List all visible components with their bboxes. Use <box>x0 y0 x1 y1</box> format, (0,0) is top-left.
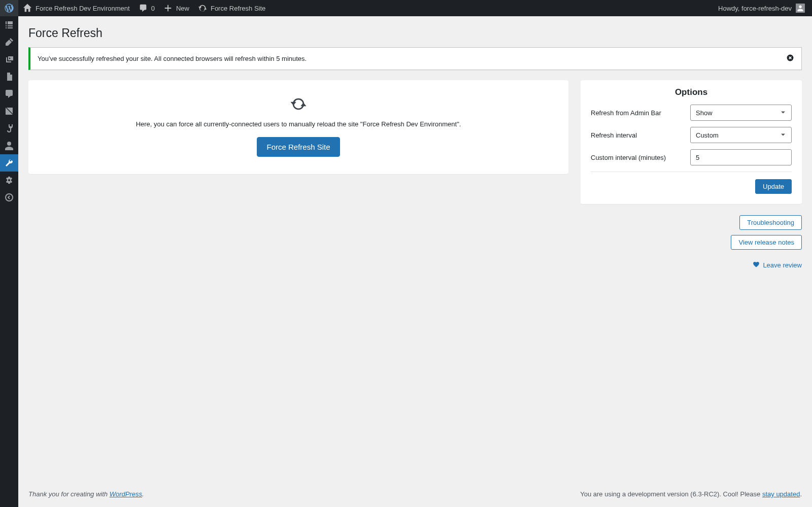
option-label-interval: Refresh interval <box>591 131 637 139</box>
admin-bar-select[interactable]: Show <box>690 105 792 121</box>
release-notes-button[interactable]: View release notes <box>731 235 802 250</box>
comments-count: 0 <box>151 5 155 12</box>
menu-pages[interactable] <box>0 68 18 85</box>
new-content-menu[interactable]: New <box>159 0 193 16</box>
user-menu[interactable]: Howdy, force-refresh-dev <box>715 0 808 16</box>
menu-settings[interactable] <box>0 172 18 189</box>
stay-updated-link[interactable]: stay updated <box>762 490 800 498</box>
menu-media[interactable] <box>0 51 18 68</box>
interval-select[interactable]: Custom <box>690 127 792 143</box>
force-refresh-button[interactable]: Force Refresh Site <box>257 137 340 157</box>
main-card: Here, you can force all currently-connec… <box>28 80 568 174</box>
force-refresh-adminbar[interactable]: Force Refresh Site <box>193 0 269 16</box>
admin-bar: Force Refresh Dev Environment 0 New Forc… <box>0 0 812 16</box>
notice-text: You've successfully refreshed your site.… <box>38 55 307 62</box>
options-divider <box>591 172 792 172</box>
comments-menu[interactable]: 0 <box>134 0 159 16</box>
menu-posts[interactable] <box>0 33 18 51</box>
menu-users[interactable] <box>0 137 18 154</box>
site-name-menu[interactable]: Force Refresh Dev Environment <box>18 0 134 16</box>
options-title: Options <box>591 87 792 97</box>
leave-review-link[interactable]: Leave review <box>753 261 802 269</box>
footer: Thank you for creating with WordPress. Y… <box>28 490 802 498</box>
heart-icon <box>753 261 760 269</box>
option-row-admin-bar: Refresh from Admin Bar Show <box>591 105 792 121</box>
comment-icon <box>138 3 148 13</box>
refresh-icon <box>197 3 208 13</box>
custom-interval-input[interactable] <box>690 149 792 165</box>
howdy-text: Howdy, force-refresh-dev <box>718 5 792 12</box>
menu-appearance[interactable] <box>0 103 18 120</box>
new-content-label: New <box>176 5 189 12</box>
option-label-admin-bar: Refresh from Admin Bar <box>591 109 661 117</box>
menu-tools[interactable] <box>0 154 18 172</box>
page-title: Force Refresh <box>28 26 802 40</box>
user-avatar-icon <box>796 4 805 13</box>
main-description: Here, you can force all currently-connec… <box>39 120 558 128</box>
menu-collapse[interactable] <box>0 189 18 206</box>
option-row-custom: Custom interval (minutes) <box>591 149 792 165</box>
close-icon <box>786 54 794 63</box>
footer-thanks: Thank you for creating with WordPress. <box>28 490 144 498</box>
side-buttons: Troubleshooting View release notes <box>731 215 802 250</box>
success-notice: You've successfully refreshed your site.… <box>28 47 802 70</box>
footer-version: You are using a development version (6.3… <box>580 490 802 498</box>
wordpress-link[interactable]: WordPress <box>110 490 142 498</box>
wp-logo-menu[interactable] <box>0 0 18 16</box>
menu-comments[interactable] <box>0 85 18 103</box>
plus-icon <box>163 3 173 13</box>
svg-point-0 <box>6 194 13 201</box>
admin-bar-left: Force Refresh Dev Environment 0 New Forc… <box>0 0 269 16</box>
admin-menu <box>0 16 18 507</box>
notice-dismiss-button[interactable] <box>786 54 794 63</box>
wordpress-icon <box>4 3 14 13</box>
option-label-custom: Custom interval (minutes) <box>591 154 666 161</box>
site-name-label: Force Refresh Dev Environment <box>36 5 130 12</box>
home-icon <box>22 3 32 13</box>
leave-review-label: Leave review <box>763 261 802 269</box>
page-body: Force Refresh You've successfully refres… <box>18 16 812 507</box>
troubleshooting-button[interactable]: Troubleshooting <box>739 215 802 230</box>
option-row-interval: Refresh interval Custom <box>591 127 792 143</box>
menu-plugins[interactable] <box>0 120 18 137</box>
force-refresh-adminbar-label: Force Refresh Site <box>211 5 265 12</box>
refresh-large-icon <box>290 95 307 114</box>
update-button[interactable]: Update <box>755 179 792 194</box>
options-card: Options Refresh from Admin Bar Show Refr… <box>581 80 802 204</box>
menu-dashboard[interactable] <box>0 16 18 33</box>
